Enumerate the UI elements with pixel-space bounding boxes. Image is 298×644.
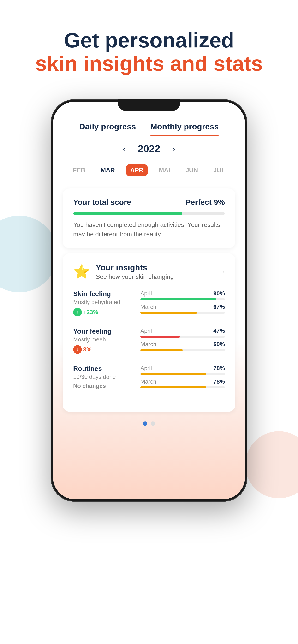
bar-row: April 90%: [140, 290, 225, 300]
score-title: Your total score: [73, 198, 131, 207]
bar-month-label: March: [140, 378, 157, 385]
bar-month-label: March: [140, 304, 157, 310]
bar-row: April 47%: [140, 328, 225, 338]
insights-card: ⭐ Your insights See how your skin changi…: [63, 253, 235, 412]
bar-label-row: March 67%: [140, 304, 225, 310]
bar-label-row: March 50%: [140, 341, 225, 348]
page-dot-1[interactable]: [151, 422, 155, 426]
bar-fill: [140, 373, 206, 375]
phone-frame: Daily progress Monthly progress ‹ 2022 ›…: [51, 99, 247, 502]
bar-percentage: 50%: [213, 341, 225, 348]
bar-percentage: 90%: [213, 290, 225, 297]
metric-desc: Mostly meeh: [73, 336, 135, 343]
bar-label-row: April 78%: [140, 365, 225, 372]
metric-right: April 47% March 50%: [135, 328, 225, 354]
insights-title: Your insights: [96, 263, 223, 272]
prev-year-button[interactable]: ‹: [123, 144, 126, 154]
phone-screen: Daily progress Monthly progress ‹ 2022 ›…: [53, 102, 245, 499]
bar-percentage: 78%: [213, 365, 225, 372]
score-note: You haven't completed enough activities.…: [73, 220, 225, 239]
month-jun[interactable]: JUN: [181, 164, 202, 176]
month-feb[interactable]: FEB: [69, 164, 90, 176]
month-apr[interactable]: APR: [126, 164, 148, 176]
change-value: 3%: [83, 346, 92, 353]
change-badge-up: ↑: [73, 308, 82, 316]
metric-row-2: Routines 10/30 days done No changes Apri…: [73, 365, 225, 392]
phone-notch: [118, 99, 180, 111]
change-value: No changes: [73, 382, 106, 389]
bar-label-row: March 78%: [140, 378, 225, 385]
page-dots: [53, 417, 245, 428]
tabs-container: Daily progress Monthly progress: [53, 115, 245, 136]
bar-track: [140, 336, 225, 338]
next-year-button[interactable]: ›: [172, 144, 175, 154]
bar-track: [140, 386, 225, 388]
metric-right: April 78% March 78%: [135, 365, 225, 392]
bar-row: March 50%: [140, 341, 225, 351]
score-card: Your total score Perfect 9% You haven't …: [63, 188, 235, 248]
header-section: Get personalized skin insights and stats: [0, 0, 298, 90]
metric-name: Skin feeling: [73, 290, 135, 298]
phone-wrapper: Daily progress Monthly progress ‹ 2022 ›…: [0, 99, 298, 502]
month-jul[interactable]: JUL: [209, 164, 229, 176]
metric-left: Routines 10/30 days done No changes: [73, 365, 135, 389]
page-dot-0[interactable]: [143, 422, 147, 426]
month-mar[interactable]: MAR: [96, 164, 119, 176]
bar-fill: [140, 336, 180, 338]
bar-fill: [140, 349, 183, 351]
tab-monthly[interactable]: Monthly progress: [150, 122, 219, 136]
bar-month-label: April: [140, 365, 152, 372]
change-badge-down: ↓: [73, 345, 82, 354]
header-title-line2: skin insights and stats: [19, 52, 279, 75]
score-header: Your total score Perfect 9%: [73, 198, 225, 207]
bar-track: [140, 298, 225, 300]
bar-row: April 78%: [140, 365, 225, 375]
screen-content: Daily progress Monthly progress ‹ 2022 ›…: [53, 102, 245, 499]
metric-row-0: Skin feeling Mostly dehydrated ↑+23% Apr…: [73, 290, 225, 317]
score-value: Perfect 9%: [186, 198, 225, 207]
insights-subtitle: See how your skin changing: [96, 273, 223, 280]
bar-month-label: April: [140, 328, 152, 334]
months-container: FEBMARAPRMAIJUNJUL: [53, 162, 245, 181]
bar-percentage: 67%: [213, 304, 225, 310]
metric-left: Skin feeling Mostly dehydrated ↑+23%: [73, 290, 135, 316]
bar-percentage: 47%: [213, 328, 225, 334]
insights-header: ⭐ Your insights See how your skin changi…: [73, 263, 225, 280]
header-title-line1: Get personalized: [19, 29, 279, 52]
metrics-container: Skin feeling Mostly dehydrated ↑+23% Apr…: [73, 290, 225, 392]
metric-change-row: ↓3%: [73, 345, 135, 354]
metric-right: April 90% March 67%: [135, 290, 225, 317]
insights-text-block: Your insights See how your skin changing: [96, 263, 223, 280]
metric-desc: Mostly dehydrated: [73, 299, 135, 306]
bar-fill: [140, 312, 197, 314]
bar-track: [140, 373, 225, 375]
metric-desc: 10/30 days done: [73, 374, 135, 380]
metric-change-row: ↑+23%: [73, 308, 135, 316]
tab-daily[interactable]: Daily progress: [79, 122, 136, 136]
bar-fill: [140, 386, 206, 388]
bar-percentage: 78%: [213, 378, 225, 385]
bar-label-row: April 90%: [140, 290, 225, 297]
bar-fill: [140, 298, 216, 300]
score-progress-bar: [73, 212, 225, 215]
bar-row: March 78%: [140, 378, 225, 388]
insights-chevron-right-icon[interactable]: ›: [223, 268, 225, 276]
bar-row: March 67%: [140, 304, 225, 314]
metric-name: Your feeling: [73, 328, 135, 335]
bar-month-label: March: [140, 341, 157, 348]
bar-month-label: April: [140, 290, 152, 297]
year-display: 2022: [138, 143, 160, 154]
metric-row-1: Your feeling Mostly meeh ↓3% April 47% M…: [73, 328, 225, 354]
metric-name: Routines: [73, 365, 135, 372]
month-mai[interactable]: MAI: [155, 164, 175, 176]
bar-label-row: April 47%: [140, 328, 225, 334]
bar-track: [140, 312, 225, 314]
star-icon: ⭐: [73, 264, 90, 280]
change-value: +23%: [83, 309, 98, 316]
metric-left: Your feeling Mostly meeh ↓3%: [73, 328, 135, 354]
bar-track: [140, 349, 225, 351]
metric-change-row: No changes: [73, 382, 135, 389]
score-bar-fill: [73, 212, 182, 215]
year-navigation: ‹ 2022 ›: [53, 136, 245, 162]
